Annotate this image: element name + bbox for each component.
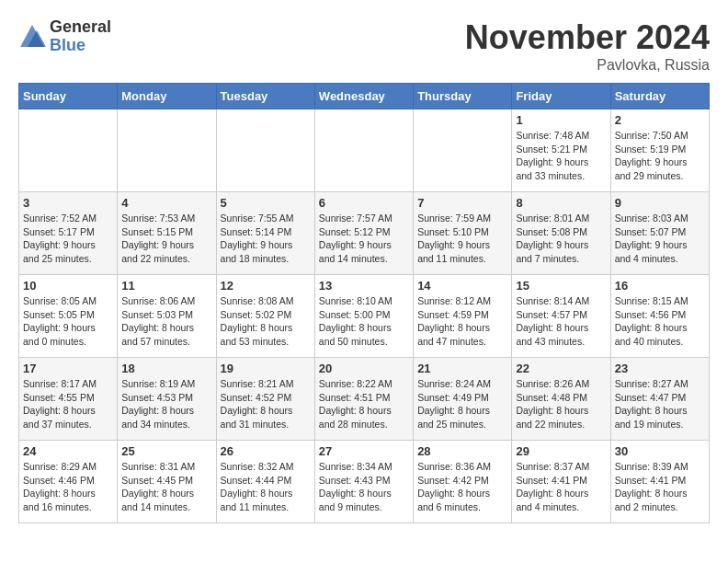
calendar-cell: 19Sunrise: 8:21 AM Sunset: 4:52 PM Dayli… (216, 358, 314, 441)
calendar-cell: 2Sunrise: 7:50 AM Sunset: 5:19 PM Daylig… (610, 109, 709, 192)
calendar-cell: 4Sunrise: 7:53 AM Sunset: 5:15 PM Daylig… (118, 192, 216, 275)
calendar-week-row: 10Sunrise: 8:05 AM Sunset: 5:05 PM Dayli… (19, 275, 710, 358)
logo: General Blue (18, 18, 111, 55)
calendar-cell: 11Sunrise: 8:06 AM Sunset: 5:03 PM Dayli… (118, 275, 216, 358)
day-number: 3 (23, 196, 113, 210)
calendar-cell: 12Sunrise: 8:08 AM Sunset: 5:02 PM Dayli… (216, 275, 314, 358)
calendar-cell: 30Sunrise: 8:39 AM Sunset: 4:41 PM Dayli… (610, 441, 709, 523)
day-info: Sunrise: 7:53 AM Sunset: 5:15 PM Dayligh… (121, 212, 211, 266)
calendar-cell: 10Sunrise: 8:05 AM Sunset: 5:05 PM Dayli… (19, 275, 118, 358)
calendar-week-row: 3Sunrise: 7:52 AM Sunset: 5:17 PM Daylig… (19, 192, 710, 275)
weekday-header-thursday: Thursday (414, 84, 512, 109)
day-number: 27 (319, 444, 409, 458)
calendar-cell: 22Sunrise: 8:26 AM Sunset: 4:48 PM Dayli… (512, 358, 610, 441)
calendar-cell: 13Sunrise: 8:10 AM Sunset: 5:00 PM Dayli… (314, 275, 413, 358)
day-number: 17 (23, 362, 113, 375)
day-info: Sunrise: 8:15 AM Sunset: 4:56 PM Dayligh… (615, 294, 705, 349)
calendar-cell: 7Sunrise: 7:59 AM Sunset: 5:10 PM Daylig… (414, 192, 512, 275)
calendar-cell: 3Sunrise: 7:52 AM Sunset: 5:17 PM Daylig… (19, 192, 118, 275)
calendar-cell: 5Sunrise: 7:55 AM Sunset: 5:14 PM Daylig… (216, 192, 314, 275)
day-info: Sunrise: 8:08 AM Sunset: 5:02 PM Dayligh… (221, 294, 311, 349)
logo-text: General Blue (50, 18, 111, 55)
day-number: 15 (516, 279, 606, 293)
day-info: Sunrise: 7:48 AM Sunset: 5:21 PM Dayligh… (516, 129, 606, 183)
day-info: Sunrise: 8:17 AM Sunset: 4:55 PM Dayligh… (23, 377, 113, 431)
calendar-cell: 23Sunrise: 8:27 AM Sunset: 4:47 PM Dayli… (610, 358, 709, 441)
header: General Blue November 2024 Pavlovka, Rus… (18, 18, 710, 74)
day-info: Sunrise: 8:21 AM Sunset: 4:52 PM Dayligh… (221, 377, 311, 431)
day-info: Sunrise: 8:01 AM Sunset: 5:08 PM Dayligh… (516, 212, 606, 266)
day-number: 28 (417, 444, 507, 458)
calendar-week-row: 24Sunrise: 8:29 AM Sunset: 4:46 PM Dayli… (19, 441, 710, 523)
day-info: Sunrise: 7:57 AM Sunset: 5:12 PM Dayligh… (319, 212, 409, 266)
day-number: 7 (417, 196, 507, 210)
logo-blue: Blue (50, 37, 111, 55)
calendar-cell: 17Sunrise: 8:17 AM Sunset: 4:55 PM Dayli… (19, 358, 118, 441)
day-info: Sunrise: 8:31 AM Sunset: 4:45 PM Dayligh… (121, 460, 211, 514)
day-number: 12 (221, 279, 311, 293)
calendar-cell (314, 109, 413, 192)
day-info: Sunrise: 8:05 AM Sunset: 5:05 PM Dayligh… (23, 294, 113, 349)
day-number: 30 (615, 444, 705, 458)
day-info: Sunrise: 8:26 AM Sunset: 4:48 PM Dayligh… (516, 377, 606, 431)
day-number: 22 (516, 362, 606, 375)
location-title: Pavlovka, Russia (465, 57, 710, 74)
day-info: Sunrise: 8:32 AM Sunset: 4:44 PM Dayligh… (221, 460, 311, 514)
calendar-cell: 27Sunrise: 8:34 AM Sunset: 4:43 PM Dayli… (314, 441, 413, 523)
calendar-cell: 16Sunrise: 8:15 AM Sunset: 4:56 PM Dayli… (610, 275, 709, 358)
day-info: Sunrise: 8:37 AM Sunset: 4:41 PM Dayligh… (516, 460, 606, 514)
calendar-cell (414, 109, 512, 192)
day-number: 29 (516, 444, 606, 458)
calendar-cell: 25Sunrise: 8:31 AM Sunset: 4:45 PM Dayli… (118, 441, 216, 523)
calendar-cell (118, 109, 216, 192)
day-info: Sunrise: 8:10 AM Sunset: 5:00 PM Dayligh… (319, 294, 409, 349)
day-info: Sunrise: 8:14 AM Sunset: 4:57 PM Dayligh… (516, 294, 606, 349)
month-title: November 2024 (465, 18, 710, 57)
day-info: Sunrise: 8:03 AM Sunset: 5:07 PM Dayligh… (615, 212, 705, 266)
day-number: 9 (615, 196, 705, 210)
day-number: 18 (121, 362, 211, 375)
calendar-cell: 1Sunrise: 7:48 AM Sunset: 5:21 PM Daylig… (512, 109, 610, 192)
day-info: Sunrise: 8:29 AM Sunset: 4:46 PM Dayligh… (23, 460, 113, 514)
weekday-header-sunday: Sunday (19, 84, 118, 109)
weekday-header-monday: Monday (118, 84, 216, 109)
day-info: Sunrise: 8:24 AM Sunset: 4:49 PM Dayligh… (417, 377, 507, 431)
day-number: 24 (23, 444, 113, 458)
calendar-cell: 8Sunrise: 8:01 AM Sunset: 5:08 PM Daylig… (512, 192, 610, 275)
weekday-header-tuesday: Tuesday (216, 84, 314, 109)
calendar-cell: 18Sunrise: 8:19 AM Sunset: 4:53 PM Dayli… (118, 358, 216, 441)
weekday-header-friday: Friday (512, 84, 610, 109)
day-number: 11 (121, 279, 211, 293)
day-number: 2 (615, 113, 705, 127)
day-number: 25 (121, 444, 211, 458)
weekday-header-wednesday: Wednesday (314, 84, 413, 109)
logo-general: General (50, 18, 111, 37)
day-info: Sunrise: 7:52 AM Sunset: 5:17 PM Dayligh… (23, 212, 113, 266)
day-info: Sunrise: 7:50 AM Sunset: 5:19 PM Dayligh… (615, 129, 705, 183)
day-info: Sunrise: 8:36 AM Sunset: 4:42 PM Dayligh… (417, 460, 507, 514)
calendar-cell: 21Sunrise: 8:24 AM Sunset: 4:49 PM Dayli… (414, 358, 512, 441)
day-number: 1 (516, 113, 606, 127)
calendar-cell: 20Sunrise: 8:22 AM Sunset: 4:51 PM Dayli… (314, 358, 413, 441)
day-number: 20 (319, 362, 409, 375)
day-number: 10 (23, 279, 113, 293)
calendar-cell: 15Sunrise: 8:14 AM Sunset: 4:57 PM Dayli… (512, 275, 610, 358)
calendar-cell: 9Sunrise: 8:03 AM Sunset: 5:07 PM Daylig… (610, 192, 709, 275)
calendar-cell (19, 109, 118, 192)
day-number: 21 (417, 362, 507, 375)
day-number: 16 (615, 279, 705, 293)
day-number: 6 (319, 196, 409, 210)
day-info: Sunrise: 7:59 AM Sunset: 5:10 PM Dayligh… (417, 212, 507, 266)
day-info: Sunrise: 8:34 AM Sunset: 4:43 PM Dayligh… (319, 460, 409, 514)
calendar-cell: 14Sunrise: 8:12 AM Sunset: 4:59 PM Dayli… (414, 275, 512, 358)
calendar-cell (216, 109, 314, 192)
calendar-cell: 6Sunrise: 7:57 AM Sunset: 5:12 PM Daylig… (314, 192, 413, 275)
day-info: Sunrise: 8:22 AM Sunset: 4:51 PM Dayligh… (319, 377, 409, 431)
day-number: 8 (516, 196, 606, 210)
day-number: 19 (221, 362, 311, 375)
calendar-week-row: 1Sunrise: 7:48 AM Sunset: 5:21 PM Daylig… (19, 109, 710, 192)
day-number: 13 (319, 279, 409, 293)
day-number: 23 (615, 362, 705, 375)
calendar-table: SundayMondayTuesdayWednesdayThursdayFrid… (18, 83, 710, 523)
day-info: Sunrise: 8:39 AM Sunset: 4:41 PM Dayligh… (615, 460, 705, 514)
